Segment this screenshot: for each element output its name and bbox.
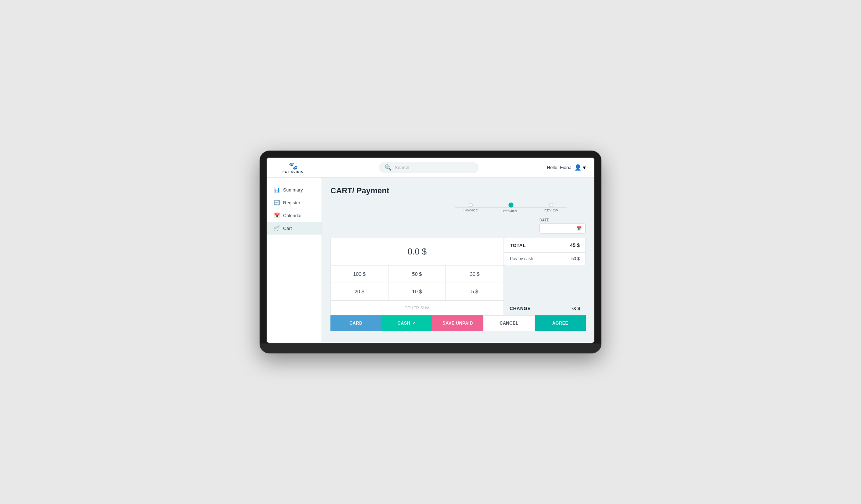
keypad-section: 0.0 $ 100 $ 50 $ 30 $ 20 $ 10 $ 5 $ (330, 238, 504, 315)
key-10[interactable]: 10 $ (388, 283, 446, 300)
total-header: TOTAL 45 $ (504, 238, 585, 253)
payment-container: 0.0 $ 100 $ 50 $ 30 $ 20 $ 10 $ 5 $ (330, 238, 586, 315)
sidebar-item-label: Calendar (283, 213, 302, 218)
total-amount: 45 $ (570, 242, 580, 248)
pay-by-row: Pay by cash 50 $ (504, 253, 585, 265)
step-invoice: INVOICE (450, 203, 491, 212)
sidebar-item-label: Register (283, 200, 300, 205)
cash-check-icon: ✓ (412, 321, 416, 326)
page-title: CART/ Payment (330, 186, 586, 195)
calendar-icon: 📅 (274, 212, 280, 218)
step-review: REVIEW (531, 203, 572, 212)
right-section: TOTAL 45 $ Pay by cash 50 $ CHANG (504, 238, 586, 315)
sidebar-item-label: Summary (283, 187, 303, 193)
agree-button[interactable]: AGREE (535, 315, 586, 331)
date-label: DATE (539, 218, 586, 222)
action-buttons: CARD CASH ✓ SAVE UNPAID CANCEL AGREE (330, 315, 586, 331)
change-value: -X $ (572, 306, 580, 311)
change-box: CHANGE -X $ (504, 301, 586, 315)
user-area: Hello, Fiona 👤 ▾ (547, 164, 586, 171)
laptop-base (260, 343, 601, 353)
step-payment: PAYMENT (491, 203, 531, 212)
pay-by-amount: 50 $ (572, 256, 580, 261)
total-label: TOTAL (510, 243, 526, 248)
sidebar-item-summary[interactable]: 📊 Summary (267, 183, 322, 196)
step-dot-invoice (469, 203, 473, 207)
card-button[interactable]: CARD (330, 315, 381, 331)
sidebar-item-register[interactable]: 🔄 Register (267, 196, 322, 209)
cash-label: CASH (397, 321, 410, 326)
date-row: DATE 📅 (330, 218, 586, 233)
key-100[interactable]: 100 $ (331, 266, 388, 283)
total-box: TOTAL 45 $ Pay by cash 50 $ (504, 238, 586, 265)
step-dot-payment (508, 203, 513, 208)
key-5[interactable]: 5 $ (446, 283, 503, 300)
search-area: 🔍 Search (311, 162, 547, 173)
date-field-wrapper: DATE 📅 (539, 218, 586, 233)
sidebar: 📊 Summary 🔄 Register 📅 Calendar 🛒 Cart (267, 178, 322, 343)
search-bar[interactable]: 🔍 Search (379, 162, 479, 173)
chevron-down-icon: ▾ (583, 164, 586, 171)
hello-text: Hello, Fiona (547, 165, 572, 170)
progress-track: INVOICE PAYMENT REVIEW (450, 203, 572, 212)
sidebar-item-cart[interactable]: 🛒 Cart (267, 222, 322, 235)
user-icon: 👤 (574, 164, 581, 171)
pay-by-label: Pay by cash (510, 256, 533, 261)
key-20[interactable]: 20 $ (331, 283, 388, 300)
amount-display: 0.0 $ (331, 238, 503, 266)
user-menu-button[interactable]: 👤 ▾ (574, 164, 586, 171)
logo: 🐾 PET CLINIC (275, 162, 311, 173)
step-label-review: REVIEW (544, 209, 558, 212)
calendar-input-icon: 📅 (576, 226, 582, 231)
date-input[interactable]: 📅 (539, 224, 586, 233)
step-label-payment: PAYMENT (503, 209, 519, 212)
change-label: CHANGE (510, 306, 531, 311)
app-header: 🐾 PET CLINIC 🔍 Search Hello, Fiona 👤 ▾ (267, 158, 594, 178)
step-dot-review (549, 203, 553, 207)
keypad-area: 0.0 $ 100 $ 50 $ 30 $ 20 $ 10 $ 5 $ (330, 238, 504, 315)
cart-icon: 🛒 (274, 225, 280, 231)
key-50[interactable]: 50 $ (388, 266, 446, 283)
cancel-button[interactable]: CANCEL (483, 315, 535, 331)
cash-button[interactable]: CASH ✓ (381, 315, 432, 331)
search-icon: 🔍 (385, 164, 392, 171)
main-layout: 📊 Summary 🔄 Register 📅 Calendar 🛒 Cart (267, 178, 594, 343)
search-placeholder: Search (395, 165, 409, 170)
keypad-grid: 100 $ 50 $ 30 $ 20 $ 10 $ 5 $ (331, 266, 503, 300)
save-unpaid-button[interactable]: SAVE UNPAID (432, 315, 483, 331)
progress-bar: INVOICE PAYMENT REVIEW (330, 203, 586, 212)
main-content: CART/ Payment INVOICE PAYMENT (322, 178, 594, 343)
sidebar-item-calendar[interactable]: 📅 Calendar (267, 209, 322, 222)
step-label-invoice: INVOICE (463, 209, 478, 212)
register-icon: 🔄 (274, 200, 280, 205)
summary-icon: 📊 (274, 187, 280, 193)
logo-icon: 🐾 (289, 162, 298, 170)
logo-text: PET CLINIC (282, 170, 303, 173)
sidebar-item-label: Cart (283, 226, 292, 231)
other-sum-button[interactable]: OTHER SUM (331, 300, 503, 315)
key-30[interactable]: 30 $ (446, 266, 503, 283)
